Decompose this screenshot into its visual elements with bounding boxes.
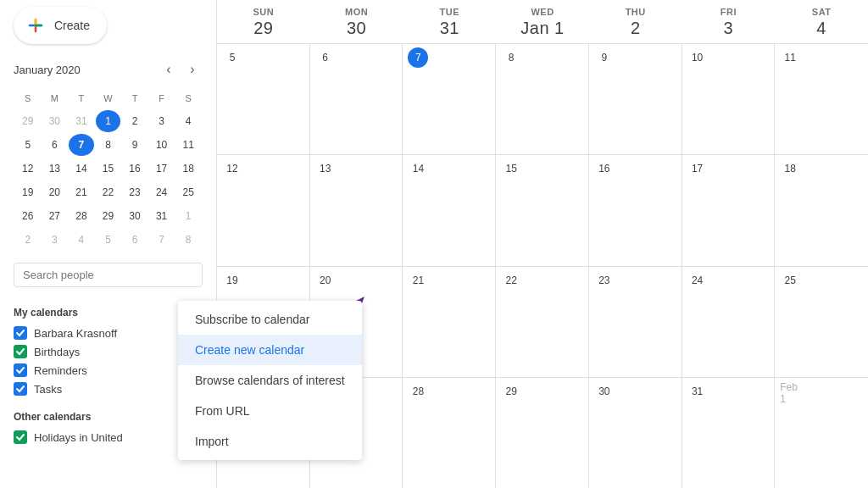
day-number: 8 [501, 47, 521, 68]
calendar-day[interactable]: 31 [682, 378, 776, 488]
calendar-day[interactable]: 23 [589, 267, 682, 377]
mini-cal-day[interactable]: 3 [42, 229, 68, 251]
dow-sat: S [175, 88, 201, 108]
mini-cal-day[interactable]: 28 [69, 205, 94, 227]
my-calendar-item[interactable]: Tasks [14, 380, 203, 398]
create-button[interactable]: Create [14, 7, 107, 44]
day-number: 12 [222, 158, 242, 179]
mini-cal-day[interactable]: 12 [15, 158, 41, 180]
mini-cal-day[interactable]: 6 [42, 134, 68, 156]
day-number: 11 [780, 47, 800, 68]
my-calendar-item[interactable]: Barbara Krasnoff [14, 324, 203, 342]
calendar-checkbox [14, 382, 27, 396]
my-calendar-item[interactable]: Birthdays [14, 342, 203, 361]
dropdown-item[interactable]: Subscribe to calendar [178, 304, 362, 335]
calendar-day[interactable]: 13 [310, 155, 403, 265]
day-number: Jan 1 [496, 19, 589, 38]
other-calendars-header[interactable]: Other calendars ⌃ [14, 405, 203, 428]
calendar-day[interactable]: 24 [682, 267, 776, 377]
mini-cal-day[interactable]: 15 [96, 158, 121, 180]
my-calendar-item[interactable]: Reminders [14, 361, 203, 380]
mini-cal-day[interactable]: 25 [175, 181, 201, 203]
mini-cal-day[interactable]: 1 [175, 205, 201, 227]
mini-cal-day[interactable]: 16 [122, 158, 147, 180]
calendar-header-cell: SAT4 [775, 0, 868, 43]
mini-cal-day[interactable]: 20 [42, 181, 68, 203]
dropdown-item[interactable]: From URL [178, 396, 362, 426]
mini-cal-day[interactable]: 31 [149, 205, 175, 227]
calendar-day[interactable]: 5 [217, 44, 310, 154]
mini-cal-day[interactable]: 17 [149, 158, 175, 180]
dow-thu: T [122, 88, 147, 108]
mini-cal-day[interactable]: 13 [42, 158, 68, 180]
my-calendars-header[interactable]: My calendars ⌃ [14, 301, 203, 324]
mini-cal-day[interactable]: 10 [149, 134, 175, 156]
mini-cal-day[interactable]: 1 [96, 110, 121, 132]
day-of-week: MON [310, 7, 403, 17]
day-number: 23 [594, 270, 615, 291]
mini-cal-day[interactable]: 2 [122, 110, 147, 132]
calendar-header-cell: SUN29 [217, 0, 310, 43]
mini-cal-day[interactable]: 11 [175, 134, 201, 156]
calendar-day[interactable]: 29 [496, 378, 589, 488]
day-number: 19 [222, 270, 242, 291]
mini-cal-day[interactable]: 4 [175, 110, 201, 132]
mini-cal-day[interactable]: 23 [122, 181, 147, 203]
mini-cal-day[interactable]: 27 [42, 205, 68, 227]
mini-cal-day[interactable]: 7 [69, 134, 94, 156]
calendar-day[interactable]: 12 [217, 155, 310, 265]
dropdown-item[interactable]: Create new calendar [178, 335, 362, 365]
calendar-day[interactable]: 14 [403, 155, 496, 265]
mini-cal-day[interactable]: 29 [96, 205, 121, 227]
mini-cal-day[interactable]: 21 [69, 181, 94, 203]
calendar-week: 12131415161718 [217, 155, 868, 266]
calendar-day[interactable]: 30 [589, 378, 682, 488]
mini-cal-day[interactable]: 8 [96, 134, 121, 156]
calendar-day[interactable]: 17 [682, 155, 776, 265]
dow-sun: S [15, 88, 41, 108]
calendar-day[interactable]: 18 [775, 155, 868, 265]
mini-cal-day[interactable]: 18 [175, 158, 201, 180]
mini-cal-day[interactable]: 29 [15, 110, 41, 132]
calendar-day[interactable]: 7 [403, 44, 496, 154]
other-calendars-label: Other calendars [14, 411, 91, 423]
dropdown-item[interactable]: Import [178, 426, 362, 457]
mini-cal-day[interactable]: 7 [149, 229, 175, 251]
calendar-day[interactable]: 10 [682, 44, 776, 154]
mini-cal-day[interactable]: 24 [149, 181, 175, 203]
mini-cal-day[interactable]: 31 [69, 110, 94, 132]
mini-cal-day[interactable]: 5 [15, 134, 41, 156]
mini-cal-day[interactable]: 30 [42, 110, 68, 132]
mini-cal-day[interactable]: 22 [96, 181, 121, 203]
calendar-day[interactable]: 25 [775, 267, 868, 377]
mini-cal-day[interactable]: 4 [69, 229, 94, 251]
dropdown-item[interactable]: Browse calendars of interest [178, 365, 362, 396]
mini-cal-day[interactable]: 19 [15, 181, 41, 203]
calendar-day[interactable]: 15 [496, 155, 589, 265]
mini-cal-day[interactable]: 3 [149, 110, 175, 132]
mini-cal-day[interactable]: 26 [15, 205, 41, 227]
mini-cal-day[interactable]: 30 [122, 205, 147, 227]
dow-wed: W [96, 88, 121, 108]
calendar-day[interactable]: 21 [403, 267, 496, 377]
calendar-day[interactable]: 22 [496, 267, 589, 377]
mini-cal-next[interactable]: › [182, 59, 203, 80]
mini-cal-day[interactable]: 14 [69, 158, 94, 180]
calendar-day[interactable]: 6 [310, 44, 403, 154]
mini-cal-prev[interactable]: ‹ [159, 59, 179, 80]
calendar-day[interactable]: 28 [403, 378, 496, 488]
search-people-input[interactable] [14, 263, 203, 287]
calendar-day[interactable]: 8 [496, 44, 589, 154]
mini-cal-day[interactable]: 2 [15, 229, 41, 251]
mini-cal-day[interactable]: 5 [96, 229, 121, 251]
other-calendar-item[interactable]: Holidays in United [14, 428, 203, 446]
calendar-day[interactable]: Feb 1 [775, 378, 868, 488]
other-calendar-items: Holidays in United [14, 428, 203, 446]
calendar-header-cell: THU2 [589, 0, 682, 43]
calendar-day[interactable]: 16 [589, 155, 682, 265]
mini-cal-day[interactable]: 8 [175, 229, 201, 251]
mini-cal-day[interactable]: 9 [122, 134, 147, 156]
calendar-day[interactable]: 11 [775, 44, 868, 154]
calendar-day[interactable]: 9 [589, 44, 682, 154]
mini-cal-day[interactable]: 6 [122, 229, 147, 251]
